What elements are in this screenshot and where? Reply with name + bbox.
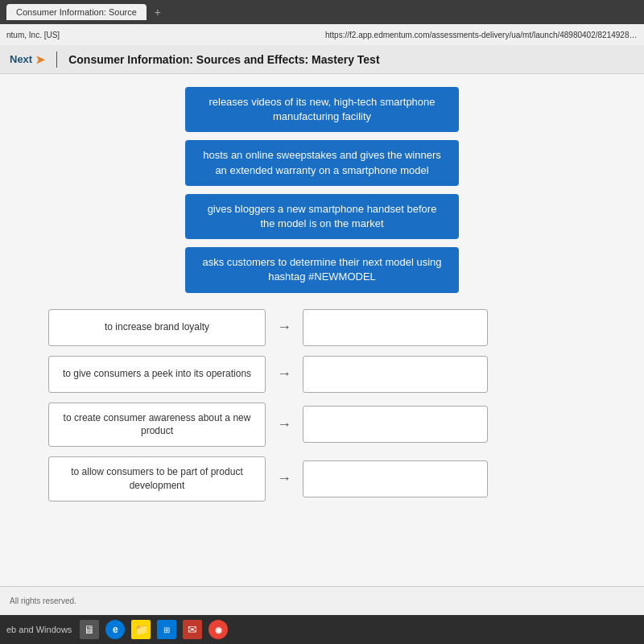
address-text[interactable]: https://f2.app.edmentum.com/assessments-… — [325, 31, 638, 39]
arrow-2: → — [272, 365, 296, 382]
drop-box-2[interactable] — [303, 356, 488, 393]
effect-row-4: to allow consumers to be part of product… — [48, 456, 596, 502]
effect-row-3: to create consumer awareness about a new… — [48, 402, 596, 448]
drop-box-1[interactable] — [303, 309, 488, 346]
effect-box-3[interactable]: to create consumer awareness about a new… — [48, 402, 266, 448]
taskbar: eb and Windows 🖥 e 📁 ⊞ ✉ ◉ — [0, 615, 644, 644]
drop-box-3[interactable] — [303, 406, 488, 443]
next-arrow-icon: ➤ — [35, 53, 45, 66]
header-separator — [56, 52, 57, 68]
effect-box-2[interactable]: to give consumers a peek into its operat… — [48, 356, 266, 393]
site-info: ntum, Inc. [US] — [6, 31, 319, 39]
new-tab-button[interactable]: + — [150, 4, 166, 20]
taskbar-monitor-icon[interactable]: 🖥 — [80, 620, 99, 639]
tab-bar: Consumer Information: Source + — [6, 4, 166, 20]
arrow-1: → — [272, 319, 296, 336]
source-boxes-container: releases videos of its new, high-tech sm… — [48, 87, 596, 293]
page-header: Next ➤ Consumer Information: Sources and… — [0, 45, 644, 74]
source-box-1[interactable]: releases videos of its new, high-tech sm… — [185, 87, 459, 132]
page-footer: All rights reserved. — [0, 586, 644, 615]
address-bar-row: ntum, Inc. [US] https://f2.app.edmentum.… — [0, 24, 644, 45]
effect-rows-container: to increase brand loyalty → to give cons… — [48, 309, 596, 502]
effect-box-1[interactable]: to increase brand loyalty — [48, 309, 266, 346]
drop-box-4[interactable] — [303, 460, 488, 497]
source-box-3[interactable]: gives bloggers a new smartphone handset … — [185, 194, 459, 239]
taskbar-chrome-icon[interactable]: ◉ — [208, 620, 228, 639]
effect-row-2: to give consumers a peek into its operat… — [48, 356, 596, 393]
next-button[interactable]: Next ➤ — [10, 53, 45, 66]
arrow-4: → — [272, 470, 296, 487]
effect-row-1: to increase brand loyalty → — [48, 309, 596, 346]
taskbar-folder-icon[interactable]: 📁 — [131, 620, 151, 639]
taskbar-text: eb and Windows — [6, 625, 72, 634]
tab-label: Consumer Information: Source — [16, 7, 137, 17]
active-tab[interactable]: Consumer Information: Source — [6, 4, 147, 20]
footer-text: All rights reserved. — [10, 597, 76, 605]
source-box-2[interactable]: hosts an online sweepstakes and gives th… — [185, 140, 459, 185]
taskbar-edge-icon[interactable]: e — [105, 620, 125, 639]
effect-box-4[interactable]: to allow consumers to be part of product… — [48, 456, 266, 502]
browser-chrome: Consumer Information: Source + — [0, 0, 644, 24]
main-content: releases videos of its new, high-tech sm… — [0, 74, 644, 586]
taskbar-windows-icon[interactable]: ⊞ — [157, 620, 176, 639]
taskbar-mail-icon[interactable]: ✉ — [183, 620, 202, 639]
source-box-4[interactable]: asks customers to determine their next m… — [185, 247, 459, 292]
taskbar-icons: 🖥 e 📁 ⊞ ✉ ◉ — [80, 620, 228, 639]
arrow-3: → — [272, 416, 296, 433]
next-label: Next — [10, 53, 32, 65]
page-title: Consumer Information: Sources and Effect… — [68, 53, 379, 66]
